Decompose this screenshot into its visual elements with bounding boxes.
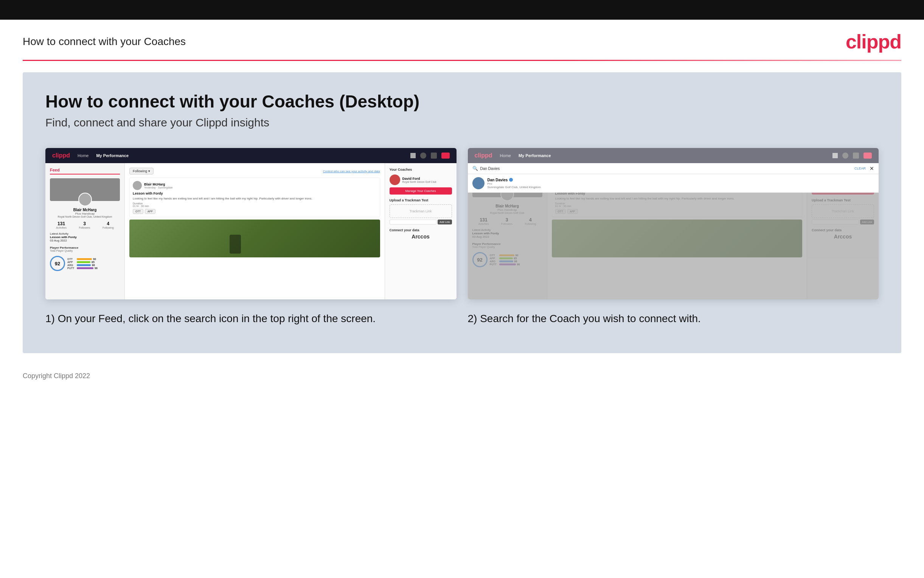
screenshot-block-2: clippd Home My Performance 🔍 xyxy=(468,148,879,327)
following-stat: 4 Following xyxy=(102,221,114,229)
nav-home-2: Home xyxy=(500,153,511,158)
feed-tab-1[interactable]: Feed xyxy=(50,168,120,174)
upload-title: Upload a Trackman Test xyxy=(390,198,452,202)
search-bar: 🔍 Dan Davies CLEAR ✕ xyxy=(468,163,879,174)
screenshot-frame-1: clippd Home My Performance Feed xyxy=(45,148,456,299)
result-club: Sunningdale Golf Club, United Kingdom xyxy=(487,185,541,189)
main-heading: How to connect with your Coaches (Deskto… xyxy=(45,91,879,112)
result-avatar-1 xyxy=(473,177,484,189)
profile-stats-1: 131 Activities 3 Followers 4 Following xyxy=(50,221,120,229)
app-logo-1: clippd xyxy=(52,152,70,159)
connect-section: Connect your data Arccos xyxy=(390,228,452,240)
header: How to connect with your Coaches clippd xyxy=(0,19,924,60)
left-panel-1: Feed Blair McHarg Plus Handicap Royal No… xyxy=(45,163,125,299)
profile-handicap-1: Plus Handicap xyxy=(50,212,120,215)
search-nav-icon-2[interactable] xyxy=(832,153,838,158)
main-subheading: Find, connect and share your Clippd insi… xyxy=(45,116,879,129)
copyright-text: Copyright Clippd 2022 xyxy=(23,372,90,380)
latest-activity-label: Latest Activity xyxy=(50,232,120,235)
nav-home-1: Home xyxy=(78,153,89,158)
nav-icons-1 xyxy=(410,153,450,159)
post-title: Lesson with Fordy xyxy=(133,192,377,195)
app-body-1: Feed Blair McHarg Plus Handicap Royal No… xyxy=(45,163,456,299)
top-bar xyxy=(0,0,924,19)
caption-2: 2) Search for the Coach you wish to conn… xyxy=(468,299,879,327)
verified-icon xyxy=(509,178,513,182)
profile-nav-icon[interactable] xyxy=(420,153,426,159)
followers-stat: 3 Followers xyxy=(79,221,91,229)
user-nav-icon-2[interactable] xyxy=(864,153,872,159)
coach-avatar-1 xyxy=(390,174,400,185)
footer: Copyright Clippd 2022 xyxy=(0,365,924,388)
profile-club-1: Royal North Devon Golf Club, United King… xyxy=(50,215,120,218)
search-clear[interactable]: CLEAR xyxy=(854,167,866,170)
coach-item-1: David Ford Royal North Devon Golf Club xyxy=(390,174,452,185)
profile-avatar-1 xyxy=(78,193,92,206)
quality-circle-1: 92 xyxy=(50,256,65,271)
page-title: How to connect with your Coaches xyxy=(23,36,186,48)
search-icon: 🔍 xyxy=(473,166,478,171)
nav-performance-1: My Performance xyxy=(96,153,129,158)
screenshot-frame-2: clippd Home My Performance 🔍 xyxy=(468,148,879,299)
main-content: How to connect with your Coaches (Deskto… xyxy=(23,72,901,353)
caption-1: 1) On your Feed, click on the search ico… xyxy=(45,299,456,327)
screenshot-block-1: clippd Home My Performance Feed xyxy=(45,148,456,327)
feed-post-1: Blair McHarg Yesterday · Sunningdale Les… xyxy=(129,177,380,217)
add-link-btn[interactable]: Add Link xyxy=(438,219,451,224)
manage-coaches-btn[interactable]: Manage Your Coaches xyxy=(390,187,452,195)
search-nav-icon[interactable] xyxy=(410,153,416,158)
app-bar: APP 85 xyxy=(67,261,97,263)
post-author-row: Blair McHarg Yesterday · Sunningdale xyxy=(133,181,377,190)
latest-activity-date: 03 Aug 2022 xyxy=(50,239,120,242)
user-nav-icon[interactable] xyxy=(442,153,450,159)
post-avatar xyxy=(133,181,142,190)
golfer-figure xyxy=(230,235,241,253)
post-duration: Duration xyxy=(133,202,377,205)
app-btn[interactable]: APP xyxy=(145,209,155,214)
ott-bar: OTT 90 xyxy=(67,258,97,260)
coach-info-1: David Ford Royal North Devon Golf Club xyxy=(403,177,437,183)
header-divider xyxy=(23,60,901,61)
profile-name-1: Blair McHarg xyxy=(50,208,120,212)
result-role: Pro xyxy=(487,182,541,185)
caption-text-1: 1) On your Feed, click on the search ico… xyxy=(45,311,456,327)
center-panel-1: Following ▾ Control who can see your act… xyxy=(125,163,385,299)
following-row-1: Following ▾ Control who can see your act… xyxy=(129,168,380,174)
arg-bar: ARG 86 xyxy=(67,264,97,266)
trackman-box: Trackman Link xyxy=(390,205,452,218)
player-perf-1: Player Performance Total Player Quality … xyxy=(50,246,120,273)
following-button[interactable]: Following ▾ xyxy=(129,168,154,174)
result-info-1: Dan Davies Pro Sunningdale Golf Club, Un… xyxy=(487,178,541,189)
post-buttons: OTT APP xyxy=(133,209,377,214)
nav-icons-2 xyxy=(832,153,872,159)
profile-hero-1 xyxy=(50,178,120,201)
result-name-row: Dan Davies xyxy=(487,178,541,182)
latest-activity-1: Latest Activity Lesson with Fordy 03 Aug… xyxy=(50,232,120,242)
app-nav-2: clippd Home My Performance xyxy=(468,148,879,163)
post-duration-value: 01 hr : 30 min xyxy=(133,205,377,208)
profile-nav-icon-2[interactable] xyxy=(842,153,848,159)
arccos-logo: Arccos xyxy=(390,234,452,240)
nav-performance-2: My Performance xyxy=(519,153,551,158)
control-link[interactable]: Control who can see your activity and da… xyxy=(323,170,380,173)
search-close-icon[interactable]: ✕ xyxy=(869,166,874,172)
caption-text-2: 2) Search for the Coach you wish to conn… xyxy=(468,311,879,327)
coaches-title: Your Coaches xyxy=(390,168,452,172)
app-logo-2: clippd xyxy=(475,152,492,159)
settings-nav-icon[interactable] xyxy=(431,153,437,159)
connect-title: Connect your data xyxy=(390,228,452,232)
trackman-input[interactable] xyxy=(390,219,437,224)
latest-activity-name: Lesson with Fordy xyxy=(50,235,120,239)
app-nav-1: clippd Home My Performance xyxy=(45,148,456,163)
trackman-input-row: Add Link xyxy=(390,219,452,224)
post-image xyxy=(129,219,380,257)
upload-section: Upload a Trackman Test Trackman Link Add… xyxy=(390,198,452,224)
search-result-1[interactable]: Dan Davies Pro Sunningdale Golf Club, Un… xyxy=(468,174,879,193)
search-input-display[interactable]: Dan Davies xyxy=(481,167,854,171)
putt-bar: PUTT 96 xyxy=(67,267,97,270)
settings-nav-icon-2[interactable] xyxy=(853,153,859,159)
stat-bars-1: OTT 90 APP 85 xyxy=(67,257,97,270)
search-panel: 🔍 Dan Davies CLEAR ✕ Dan Davies Pro xyxy=(468,163,879,193)
post-text: Looking to feel like my hands are exitin… xyxy=(133,196,377,201)
ott-btn[interactable]: OTT xyxy=(133,209,143,214)
